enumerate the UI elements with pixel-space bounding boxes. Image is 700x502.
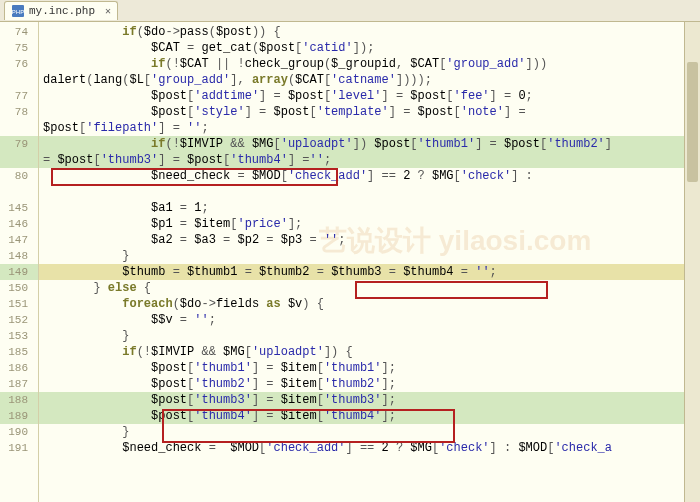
line-number: 145 (0, 200, 38, 216)
code-line[interactable]: if(!$IMVIP && $MG['uploadpt']) { (39, 344, 700, 360)
line-number: 75 (0, 40, 38, 56)
php-file-icon: PHP (11, 4, 25, 18)
code-line[interactable]: $p1 = $item['price']; (39, 216, 700, 232)
code-line[interactable]: $need_check = $MOD['check_add'] == 2 ? $… (39, 440, 700, 456)
code-line[interactable]: if(!$IMVIP && $MG['uploadpt']) $post['th… (39, 136, 700, 152)
line-number: 78 (0, 104, 38, 120)
code-line[interactable]: if(!$CAT || !check_group($_groupid, $CAT… (39, 56, 700, 72)
code-line[interactable]: if($do->pass($post)) { (39, 24, 700, 40)
line-number: 151 (0, 296, 38, 312)
svg-text:PHP: PHP (12, 9, 24, 15)
close-icon[interactable]: ✕ (105, 5, 111, 17)
line-number: 147 (0, 232, 38, 248)
code-editor: 7475767778798014514614714814915015115215… (0, 22, 700, 502)
code-area[interactable]: 艺说设计 yilaosi.com if($do->pass($post)) { … (39, 22, 700, 502)
code-line[interactable]: = $post['thumb3'] = $post['thumb4'] =''; (39, 152, 700, 168)
line-number: 79 (0, 136, 38, 152)
line-number: 149 (0, 264, 38, 280)
tab-filename: my.inc.php (29, 5, 95, 17)
code-line[interactable]: $CAT = get_cat($post['catid']); (39, 40, 700, 56)
vertical-scrollbar[interactable] (684, 22, 700, 502)
code-line[interactable]: $post['thumb1'] = $item['thumb1']; (39, 360, 700, 376)
line-number: 146 (0, 216, 38, 232)
scrollbar-thumb[interactable] (687, 62, 698, 182)
code-line[interactable]: } (39, 424, 700, 440)
line-number (0, 120, 38, 136)
code-line[interactable]: $need_check = $MOD['check_add'] == 2 ? $… (39, 168, 700, 184)
code-line[interactable]: $post['filepath'] = ''; (39, 120, 700, 136)
line-number: 80 (0, 168, 38, 184)
line-number: 188 (0, 392, 38, 408)
line-number (0, 72, 38, 88)
line-number: 150 (0, 280, 38, 296)
line-number: 148 (0, 248, 38, 264)
code-line[interactable]: } (39, 328, 700, 344)
code-line[interactable]: } (39, 248, 700, 264)
code-line[interactable]: $post['style'] = $post['template'] = $po… (39, 104, 700, 120)
line-number: 185 (0, 344, 38, 360)
line-number: 187 (0, 376, 38, 392)
code-line[interactable]: $a2 = $a3 = $p2 = $p3 = ''; (39, 232, 700, 248)
line-number: 190 (0, 424, 38, 440)
code-line[interactable]: } else { (39, 280, 700, 296)
line-number: 189 (0, 408, 38, 424)
code-line[interactable]: $post['addtime'] = $post['level'] = $pos… (39, 88, 700, 104)
line-number (0, 152, 38, 168)
code-line[interactable]: $post['thumb4'] = $item['thumb4']; (39, 408, 700, 424)
code-line[interactable]: $post['thumb2'] = $item['thumb2']; (39, 376, 700, 392)
code-line[interactable]: $post['thumb3'] = $item['thumb3']; (39, 392, 700, 408)
line-number: 152 (0, 312, 38, 328)
line-number: 186 (0, 360, 38, 376)
code-line[interactable]: $$v = ''; (39, 312, 700, 328)
line-number: 74 (0, 24, 38, 40)
line-number-gutter: 7475767778798014514614714814915015115215… (0, 22, 39, 502)
code-line[interactable]: $thumb = $thumb1 = $thumb2 = $thumb3 = $… (39, 264, 700, 280)
line-number: 76 (0, 56, 38, 72)
code-line[interactable]: dalert(lang($L['group_add'], array($CAT[… (39, 72, 700, 88)
line-number: 191 (0, 440, 38, 456)
code-line[interactable]: foreach($do->fields as $v) { (39, 296, 700, 312)
code-line[interactable] (39, 184, 700, 200)
code-line[interactable]: $a1 = 1; (39, 200, 700, 216)
editor-tab[interactable]: PHP my.inc.php ✕ (4, 1, 118, 20)
line-number: 77 (0, 88, 38, 104)
tab-bar: PHP my.inc.php ✕ (0, 0, 700, 22)
line-number (0, 184, 38, 200)
line-number: 153 (0, 328, 38, 344)
